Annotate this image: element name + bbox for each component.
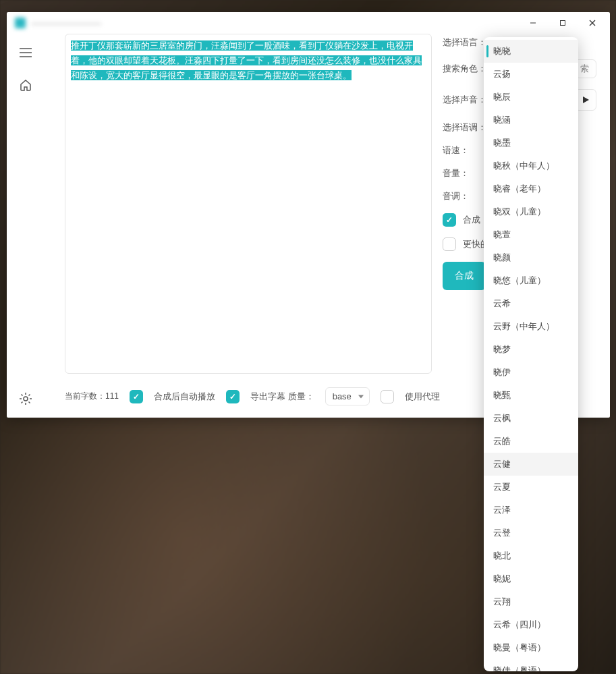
left-rail	[7, 34, 45, 418]
voice-option[interactable]: 云扬	[484, 63, 578, 86]
voice-option[interactable]: 晓梦	[484, 338, 578, 361]
voice-option[interactable]: 云希	[484, 292, 578, 315]
speed-label: 语速：	[443, 144, 469, 157]
minimize-button[interactable]	[518, 13, 548, 33]
close-button[interactable]	[578, 13, 607, 33]
text-input[interactable]: 推开丁仪那套崭新的三居室的房门，汪淼闻到了一股酒味，看到丁仪躺在沙发上，电视开着…	[65, 34, 432, 374]
synth-large-checkbox[interactable]	[443, 213, 456, 227]
voice-option[interactable]: 晓伊	[484, 361, 578, 384]
voice-option[interactable]: 云野（中年人）	[484, 315, 578, 338]
titlebar[interactable]: ————————	[7, 12, 610, 34]
voice-label: 选择声音：	[443, 94, 486, 106]
title-text: ————————	[31, 18, 101, 28]
voice-option[interactable]: 晓北	[484, 544, 578, 567]
home-icon[interactable]	[18, 77, 34, 93]
voice-option[interactable]: 晓佳（粤语）	[484, 659, 578, 671]
svg-rect-1	[561, 21, 565, 26]
synth-large-label: 合成	[463, 214, 480, 226]
voice-option[interactable]: 晓涵	[484, 109, 578, 132]
language-label: 选择语言：	[443, 36, 486, 49]
pitch-label: 音调：	[443, 190, 469, 202]
faster-checkbox[interactable]	[443, 237, 456, 251]
text-selection: 推开丁仪那套崭新的三居室的房门，汪淼闻到了一股酒味，看到丁仪躺在沙发上，电视开着…	[71, 40, 422, 80]
export-sub-label: 导出字幕 质量：	[250, 391, 314, 403]
window-title: ————————	[15, 18, 101, 28]
volume-label: 音量：	[443, 167, 469, 179]
voice-option[interactable]: 晓悠（儿童）	[484, 269, 578, 292]
quality-select[interactable]: base	[325, 387, 370, 405]
voice-option[interactable]: 云健	[484, 453, 578, 476]
maximize-button[interactable]	[548, 13, 578, 33]
voice-option[interactable]: 云翔	[484, 590, 578, 613]
voice-option[interactable]: 晓颜	[484, 246, 578, 269]
autoplay-label: 合成后自动播放	[154, 391, 215, 403]
voice-option[interactable]: 云夏	[484, 476, 578, 499]
svg-point-7	[24, 397, 28, 401]
voice-dropdown[interactable]: 晓晓云扬晓辰晓涵晓墨晓秋（中年人）晓睿（老年）晓双（儿童）晓萱晓颜晓悠（儿童）云…	[484, 37, 578, 671]
voice-option[interactable]: 晓甄	[484, 384, 578, 407]
proxy-label: 使用代理	[405, 391, 440, 403]
app-icon	[15, 18, 26, 28]
voice-option[interactable]: 云枫	[484, 407, 578, 430]
voice-option[interactable]: 晓秋（中年人）	[484, 155, 578, 177]
voice-option[interactable]: 晓曼（粤语）	[484, 636, 578, 659]
menu-icon[interactable]	[18, 45, 34, 61]
search-tail-text: 索	[580, 63, 589, 75]
voice-option[interactable]: 云希（四川）	[484, 613, 578, 636]
voice-option[interactable]: 晓萱	[484, 223, 578, 246]
autoplay-checkbox[interactable]	[130, 390, 143, 403]
voice-option[interactable]: 晓睿（老年）	[484, 177, 578, 200]
voice-option[interactable]: 云泽	[484, 499, 578, 522]
voice-option[interactable]: 晓妮	[484, 567, 578, 590]
word-count: 当前字数：111	[65, 391, 119, 402]
tone-label: 选择语调：	[443, 121, 486, 134]
window-controls	[518, 13, 607, 33]
voice-option[interactable]: 晓辰	[484, 86, 578, 109]
voice-option[interactable]: 晓晓	[484, 40, 578, 63]
export-sub-checkbox[interactable]	[226, 390, 240, 403]
voice-option[interactable]: 云皓	[484, 430, 578, 453]
proxy-checkbox[interactable]	[381, 390, 394, 403]
search-role-label: 搜索角色：	[443, 63, 486, 75]
settings-icon[interactable]	[18, 391, 34, 407]
synthesize-button[interactable]: 合成	[443, 262, 486, 290]
voice-option[interactable]: 晓双（儿童）	[484, 200, 578, 223]
voice-option[interactable]: 云登	[484, 522, 578, 544]
voice-option[interactable]: 晓墨	[484, 132, 578, 155]
